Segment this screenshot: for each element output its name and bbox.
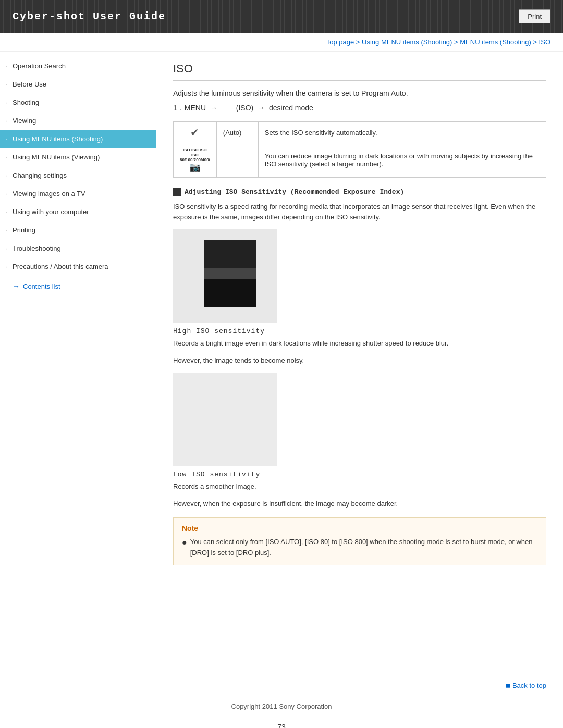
iso-table: ✔ (Auto) Sets the ISO sensitivity automa… (173, 121, 546, 178)
sidebar-item-using-computer[interactable]: Using with your computer (0, 203, 156, 221)
menu-desired-text: desired mode (269, 104, 313, 112)
sidebar-item-viewing[interactable]: Viewing (0, 112, 156, 130)
note-text: You can select only from [ISO AUTO], [IS… (190, 537, 537, 559)
page-description: Adjusts the luminous sensitivity when th… (173, 89, 546, 97)
table-row: ISO ISO ISO ISO 80/100/200/400/ 📷 You ca… (174, 143, 546, 178)
high-iso-text2: However, the image tends to become noisy… (173, 355, 546, 366)
low-iso-label: Low ISO sensitivity (173, 471, 546, 478)
breadcrumb-text[interactable]: Top page > Using MENU items (Shooting) >… (326, 38, 550, 46)
sidebar-label: Using with your computer (13, 208, 89, 216)
sidebar-label: Viewing images on a TV (13, 190, 85, 198)
sidebar-item-using-menu-shooting[interactable]: Using MENU items (Shooting) (0, 130, 156, 148)
contents-list-label: Contents list (23, 282, 60, 290)
copyright-text: Copyright 2011 Sony Corporation (231, 702, 332, 710)
main-layout: Operation Search Before Use Shooting Vie… (0, 52, 563, 677)
heading-box-icon (173, 188, 181, 196)
arrow-right-icon: → (13, 282, 20, 290)
sidebar-label: Troubleshooting (13, 244, 61, 252)
page-title: ISO (173, 62, 546, 76)
table-cell-icon: ✔ (174, 122, 217, 143)
svg-rect-1 (204, 240, 256, 268)
sidebar-label: Printing (13, 226, 35, 234)
table-desc-auto: Sets the ISO sensitivity automatically. (265, 129, 377, 137)
sidebar-item-operation-search[interactable]: Operation Search (0, 57, 156, 75)
header: Cyber-shot User Guide Print (0, 0, 563, 33)
page-title-section: ISO (173, 62, 546, 81)
sidebar-item-before-use[interactable]: Before Use (0, 75, 156, 93)
menu-arrow2-icon: → (258, 104, 265, 112)
adjusting-section-text: ISO sensitivity is a speed rating for re… (173, 202, 546, 224)
table-cell-label (216, 143, 258, 178)
checkmark-icon: ✔ (190, 127, 199, 138)
app-title: Cyber-shot User Guide (13, 10, 166, 22)
sidebar-item-changing-settings[interactable]: Changing settings (0, 166, 156, 184)
note-title: Note (182, 524, 537, 533)
low-iso-text1: Records a smoother image. (173, 482, 546, 492)
sidebar-item-printing[interactable]: Printing (0, 221, 156, 239)
sidebar-label: Using MENU items (Shooting) (13, 135, 103, 143)
sidebar-item-using-menu-viewing[interactable]: Using MENU items (Viewing) (0, 148, 156, 166)
high-iso-text1: Records a bright image even in dark loca… (173, 338, 546, 349)
page-number: 73 (0, 719, 563, 728)
back-to-top-link[interactable]: ◼ Back to top (17, 682, 546, 689)
menu-instruction-text: 1．MENU (173, 104, 208, 112)
menu-instruction: 1．MENU → (ISO) → desired mode (173, 104, 546, 113)
note-bullet: ● You can select only from [ISO AUTO], [… (182, 537, 537, 559)
high-iso-svg (173, 229, 277, 323)
menu-iso-text: (ISO) (222, 104, 255, 112)
adjusting-section: Adjusting ISO Sensitivity (Recommended E… (173, 188, 546, 510)
table-cell-desc: Sets the ISO sensitivity automatically. (258, 122, 546, 143)
sidebar: Operation Search Before Use Shooting Vie… (0, 52, 156, 677)
table-desc-iso: You can reduce image blurring in dark lo… (265, 152, 533, 168)
svg-rect-2 (204, 279, 256, 307)
print-button[interactable]: Print (519, 9, 550, 23)
svg-rect-3 (204, 268, 256, 279)
sidebar-label: Changing settings (13, 171, 67, 179)
sidebar-item-precautions[interactable]: Precautions / About this camera (0, 257, 156, 276)
table-label-auto: (Auto) (223, 129, 241, 137)
menu-arrow-icon: → (210, 104, 217, 112)
low-iso-text2: However, when the exposure is insufficie… (173, 499, 546, 510)
breadcrumb: Top page > Using MENU items (Shooting) >… (0, 33, 563, 52)
sidebar-label: Before Use (13, 80, 46, 88)
low-iso-svg (173, 373, 277, 466)
content-area: ISO Adjusts the luminous sensitivity whe… (156, 52, 563, 677)
sidebar-item-viewing-tv[interactable]: Viewing images on a TV (0, 184, 156, 203)
sidebar-label: Shooting (13, 98, 39, 106)
contents-list-link[interactable]: → Contents list (0, 276, 156, 297)
table-cell-desc: You can reduce image blurring in dark lo… (258, 143, 546, 178)
note-section: Note ● You can select only from [ISO AUT… (173, 517, 546, 565)
bullet-icon: ● (182, 537, 187, 548)
section-heading-text: Adjusting ISO Sensitivity (Recommended E… (185, 188, 404, 196)
sidebar-label: Viewing (13, 117, 36, 125)
table-cell-icon: ISO ISO ISO ISO 80/100/200/400/ 📷 (174, 143, 217, 178)
svg-rect-5 (173, 373, 277, 466)
sidebar-label: Precautions / About this camera (13, 263, 108, 270)
sidebar-label: Using MENU items (Viewing) (13, 153, 100, 161)
table-cell-label: (Auto) (216, 122, 258, 143)
high-iso-diagram (173, 229, 277, 323)
low-iso-diagram (173, 373, 277, 466)
back-to-top-label: Back to top (512, 682, 546, 689)
sidebar-label: Operation Search (13, 62, 66, 70)
footer-main: Copyright 2011 Sony Corporation (0, 694, 563, 719)
high-iso-label: High ISO sensitivity (173, 327, 546, 335)
back-top-icon: ◼ (506, 682, 510, 689)
iso-numbers-icon: ISO ISO ISO ISO 80/100/200/400/ 📷 (180, 147, 210, 173)
sidebar-item-shooting[interactable]: Shooting (0, 93, 156, 112)
section-heading: Adjusting ISO Sensitivity (Recommended E… (173, 188, 546, 196)
table-row: ✔ (Auto) Sets the ISO sensitivity automa… (174, 122, 546, 143)
sidebar-item-troubleshooting[interactable]: Troubleshooting (0, 239, 156, 257)
footer-nav: ◼ Back to top (0, 677, 563, 694)
